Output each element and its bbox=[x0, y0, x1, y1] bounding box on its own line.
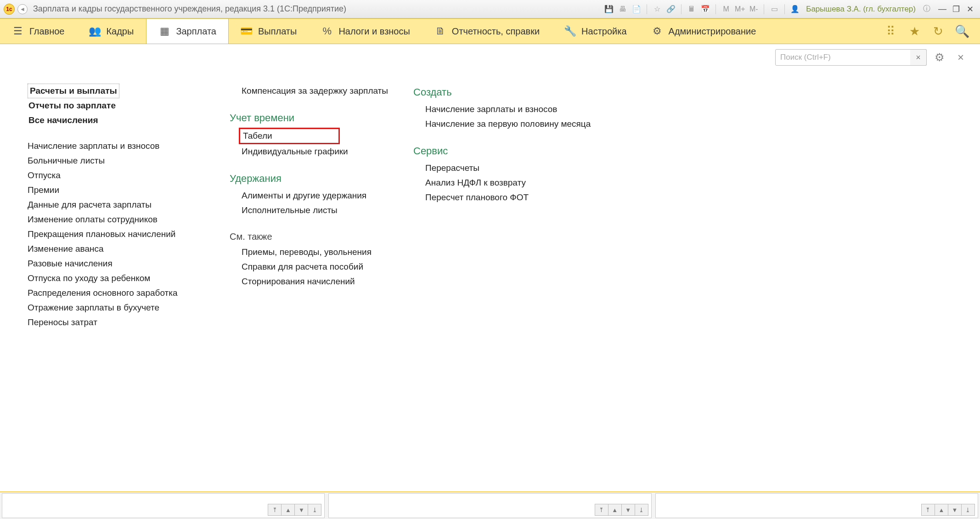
list-item[interactable]: Начисление зарплаты и взносов bbox=[28, 139, 211, 153]
list-item[interactable]: Изменение аванса bbox=[28, 242, 211, 256]
gear-icon: ⚙ bbox=[651, 25, 663, 37]
nav-label: Зарплата bbox=[176, 26, 216, 37]
list-item[interactable]: Изменение оплаты сотрудников bbox=[28, 212, 211, 227]
nav-label: Кадры bbox=[106, 26, 134, 37]
list-item[interactable]: Приемы, переводы, увольнения bbox=[230, 245, 395, 260]
user-label[interactable]: Барышева З.А. (гл. бухгалтер) bbox=[803, 5, 918, 14]
pager-up[interactable]: ▲ bbox=[608, 504, 622, 516]
group-time-tracking: Учет времени bbox=[230, 109, 395, 128]
star-outline-icon[interactable]: ☆ bbox=[652, 4, 663, 15]
nav-reports[interactable]: 🗎 Отчетность, справки bbox=[422, 19, 552, 44]
memory-mplus[interactable]: M+ bbox=[734, 4, 745, 15]
main-nav: ☰ Главное 👥 Кадры ▦ Зарплата 💳 Выплаты %… bbox=[0, 18, 980, 44]
list-item[interactable]: Прекращения плановых начислений bbox=[28, 227, 211, 242]
print-icon[interactable]: 🖶 bbox=[617, 4, 628, 15]
bottom-panel-2: ⤒ ▲ ▼ ⤓ bbox=[328, 493, 651, 518]
list-item[interactable]: Отпуска по уходу за ребенком bbox=[28, 271, 211, 286]
search-input[interactable] bbox=[775, 49, 927, 66]
nav-settings[interactable]: 🔧 Настройка bbox=[552, 19, 639, 44]
pager-down[interactable]: ▼ bbox=[621, 504, 635, 516]
save-icon[interactable]: 💾 bbox=[603, 4, 614, 15]
nav-personnel[interactable]: 👥 Кадры bbox=[77, 19, 146, 44]
link-salary-reports[interactable]: Отчеты по зарплате bbox=[28, 98, 211, 113]
search-wrap: × bbox=[775, 49, 927, 66]
pager-up[interactable]: ▲ bbox=[935, 504, 948, 516]
grid-icon: ▦ bbox=[158, 25, 170, 37]
info-icon[interactable]: ⓘ bbox=[921, 4, 932, 15]
list-item[interactable]: Распределения основного заработка bbox=[28, 286, 211, 300]
list-item[interactable]: Отражение зарплаты в бухучете bbox=[28, 300, 211, 315]
nav-label: Главное bbox=[29, 26, 64, 37]
link-calculations[interactable]: Расчеты и выплаты bbox=[28, 84, 119, 98]
close-button[interactable]: ✕ bbox=[963, 4, 976, 14]
bottom-panel-1: ⤒ ▲ ▼ ⤓ bbox=[2, 493, 325, 518]
bottom-panel-3: ⤒ ▲ ▼ ⤓ bbox=[655, 493, 978, 518]
doc-icon[interactable]: 📄 bbox=[631, 4, 642, 15]
link-timesheets-highlighted[interactable]: Табели bbox=[239, 128, 340, 144]
back-button[interactable]: ◄ bbox=[17, 4, 28, 14]
history-icon[interactable]: ↻ bbox=[931, 24, 945, 38]
nav-label: Выплаты bbox=[258, 26, 297, 37]
list-item[interactable]: Отпуска bbox=[28, 168, 211, 183]
list-item[interactable]: Начисление за первую половину месяца bbox=[413, 117, 606, 131]
nav-label: Отчетность, справки bbox=[452, 26, 540, 37]
minimize-button[interactable]: — bbox=[936, 4, 949, 14]
list-item[interactable]: Данные для расчета зарплаты bbox=[28, 197, 211, 212]
pager-down[interactable]: ▼ bbox=[294, 504, 308, 516]
pager-down[interactable]: ▼ bbox=[948, 504, 962, 516]
list-item[interactable]: Пересчет планового ФОТ bbox=[413, 190, 606, 205]
bottom-panels: ⤒ ▲ ▼ ⤓ ⤒ ▲ ▼ ⤓ ⤒ ▲ ▼ ⤓ bbox=[0, 491, 980, 519]
pager-bottom[interactable]: ⤓ bbox=[961, 504, 975, 516]
content-area: Расчеты и выплаты Отчеты по зарплате Все… bbox=[0, 71, 980, 491]
memory-mminus[interactable]: M- bbox=[748, 4, 759, 15]
separator bbox=[784, 4, 785, 14]
list-item[interactable]: Алименты и другие удержания bbox=[230, 188, 395, 203]
list-item[interactable]: Больничные листы bbox=[28, 153, 211, 168]
pager-top[interactable]: ⤒ bbox=[268, 504, 282, 516]
window-controls: — ❐ ✕ bbox=[936, 4, 976, 14]
memory-m[interactable]: M bbox=[721, 4, 732, 15]
nav-taxes[interactable]: % Налоги и взносы bbox=[309, 19, 422, 44]
nav-main[interactable]: ☰ Главное bbox=[0, 19, 77, 44]
list-item[interactable]: Переносы затрат bbox=[28, 315, 211, 330]
search-clear-button[interactable]: × bbox=[910, 49, 927, 66]
sub-toolbar: × ⚙ × bbox=[0, 44, 980, 71]
pager-top[interactable]: ⤒ bbox=[921, 504, 935, 516]
link-individual-schedules[interactable]: Индивидуальные графики bbox=[230, 144, 395, 159]
link-compensation[interactable]: Компенсация за задержку зарплаты bbox=[230, 84, 395, 98]
search-icon[interactable]: 🔍 bbox=[955, 24, 969, 38]
report-icon: 🗎 bbox=[434, 25, 446, 37]
calendar-icon[interactable]: 📅 bbox=[700, 4, 711, 15]
list-item[interactable]: Анализ НДФЛ к возврату bbox=[413, 175, 606, 190]
nav-label: Администрирование bbox=[669, 26, 756, 37]
nav-label: Настройка bbox=[581, 26, 626, 37]
pager-bottom[interactable]: ⤓ bbox=[308, 504, 321, 516]
list-item[interactable]: Справки для расчета пособий bbox=[230, 260, 395, 274]
link-icon[interactable]: 🔗 bbox=[665, 4, 676, 15]
page-close-icon[interactable]: × bbox=[952, 49, 969, 66]
list-item[interactable]: Начисление зарплаты и взносов bbox=[413, 102, 606, 117]
pager-top[interactable]: ⤒ bbox=[595, 504, 608, 516]
list-item[interactable]: Сторнирования начислений bbox=[230, 274, 395, 289]
list-item[interactable]: Премии bbox=[28, 183, 211, 197]
nav-salary[interactable]: ▦ Зарплата bbox=[146, 19, 229, 44]
page-settings-icon[interactable]: ⚙ bbox=[931, 49, 948, 66]
pager-bottom[interactable]: ⤓ bbox=[635, 504, 648, 516]
pager-up[interactable]: ▲ bbox=[281, 504, 295, 516]
link-all-accruals[interactable]: Все начисления bbox=[28, 113, 211, 128]
separator bbox=[647, 4, 647, 14]
maximize-button[interactable]: ❐ bbox=[950, 4, 963, 14]
nav-payments[interactable]: 💳 Выплаты bbox=[229, 19, 309, 44]
list-item[interactable]: Исполнительные листы bbox=[230, 203, 395, 218]
list-item[interactable]: Разовые начисления bbox=[28, 256, 211, 271]
apps-icon[interactable]: ⠿ bbox=[884, 24, 897, 38]
list-item[interactable]: Перерасчеты bbox=[413, 161, 606, 175]
calc-icon[interactable]: 🖩 bbox=[686, 4, 697, 15]
nav-admin[interactable]: ⚙ Администрирование bbox=[639, 19, 769, 44]
panel-icon[interactable]: ▭ bbox=[769, 4, 780, 15]
star-icon[interactable]: ★ bbox=[907, 24, 921, 38]
percent-icon: % bbox=[321, 25, 333, 37]
group-deductions: Удержания bbox=[230, 170, 395, 188]
titlebar: 1c ◄ Зарплата и кадры государственного у… bbox=[0, 0, 980, 18]
titlebar-icons: 💾 🖶 📄 ☆ 🔗 🖩 📅 M M+ M- ▭ 👤 Барышева З.А. … bbox=[603, 4, 932, 15]
